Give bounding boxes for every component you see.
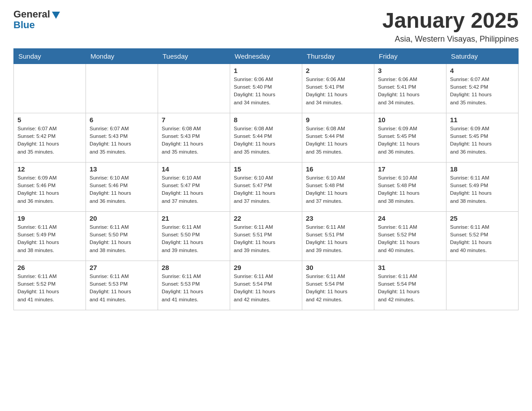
day-number: 14 [162, 165, 226, 173]
day-info: Sunrise: 6:10 AM Sunset: 5:47 PM Dayligh… [162, 174, 226, 205]
day-info: Sunrise: 6:10 AM Sunset: 5:47 PM Dayligh… [234, 174, 298, 205]
calendar-week-row: 12Sunrise: 6:09 AM Sunset: 5:46 PM Dayli… [14, 162, 519, 211]
calendar-table: SundayMondayTuesdayWednesdayThursdayFrid… [13, 48, 519, 310]
day-number: 21 [162, 214, 226, 222]
day-info: Sunrise: 6:09 AM Sunset: 5:45 PM Dayligh… [378, 125, 442, 156]
calendar-cell: 15Sunrise: 6:10 AM Sunset: 5:47 PM Dayli… [230, 162, 302, 211]
day-number: 5 [17, 116, 82, 124]
day-info: Sunrise: 6:06 AM Sunset: 5:41 PM Dayligh… [378, 76, 442, 107]
calendar-cell: 23Sunrise: 6:11 AM Sunset: 5:51 PM Dayli… [302, 211, 374, 261]
day-info: Sunrise: 6:11 AM Sunset: 5:49 PM Dayligh… [17, 223, 82, 254]
calendar-cell: 16Sunrise: 6:10 AM Sunset: 5:48 PM Dayli… [302, 162, 374, 211]
calendar-cell: 3Sunrise: 6:06 AM Sunset: 5:41 PM Daylig… [374, 64, 446, 113]
day-number: 29 [234, 264, 298, 271]
svg-marker-0 [52, 12, 60, 19]
day-number: 3 [378, 67, 442, 74]
day-info: Sunrise: 6:11 AM Sunset: 5:54 PM Dayligh… [378, 273, 442, 304]
calendar-cell: 20Sunrise: 6:11 AM Sunset: 5:50 PM Dayli… [86, 211, 158, 261]
calendar-day-header: Monday [86, 48, 158, 64]
calendar-week-row: 19Sunrise: 6:11 AM Sunset: 5:49 PM Dayli… [14, 211, 519, 261]
calendar-header-row: SundayMondayTuesdayWednesdayThursdayFrid… [14, 48, 519, 64]
day-info: Sunrise: 6:11 AM Sunset: 5:53 PM Dayligh… [90, 273, 154, 304]
day-info: Sunrise: 6:11 AM Sunset: 5:51 PM Dayligh… [234, 223, 298, 254]
calendar-cell: 17Sunrise: 6:10 AM Sunset: 5:48 PM Dayli… [374, 162, 446, 211]
calendar-day-header: Saturday [446, 48, 519, 64]
calendar-cell: 7Sunrise: 6:08 AM Sunset: 5:43 PM Daylig… [158, 113, 230, 162]
day-number: 31 [378, 264, 442, 271]
day-number: 7 [162, 116, 226, 124]
logo-general: General [13, 9, 50, 20]
day-info: Sunrise: 6:10 AM Sunset: 5:48 PM Dayligh… [306, 174, 370, 205]
day-number: 23 [306, 214, 370, 222]
day-number: 18 [450, 165, 515, 173]
calendar-cell [158, 64, 230, 113]
day-info: Sunrise: 6:11 AM Sunset: 5:53 PM Dayligh… [162, 273, 226, 304]
calendar-cell: 27Sunrise: 6:11 AM Sunset: 5:53 PM Dayli… [86, 261, 158, 310]
calendar-cell: 21Sunrise: 6:11 AM Sunset: 5:50 PM Dayli… [158, 211, 230, 261]
day-info: Sunrise: 6:06 AM Sunset: 5:40 PM Dayligh… [234, 76, 298, 107]
calendar-cell [86, 64, 158, 113]
calendar-week-row: 5Sunrise: 6:07 AM Sunset: 5:42 PM Daylig… [14, 113, 519, 162]
day-info: Sunrise: 6:08 AM Sunset: 5:44 PM Dayligh… [234, 125, 298, 156]
day-info: Sunrise: 6:11 AM Sunset: 5:49 PM Dayligh… [450, 174, 515, 205]
day-info: Sunrise: 6:09 AM Sunset: 5:46 PM Dayligh… [17, 174, 82, 205]
day-info: Sunrise: 6:11 AM Sunset: 5:52 PM Dayligh… [17, 273, 82, 304]
calendar-day-header: Thursday [302, 48, 374, 64]
title-section: January 2025 Asia, Western Visayas, Phil… [382, 9, 519, 44]
day-info: Sunrise: 6:11 AM Sunset: 5:50 PM Dayligh… [90, 223, 154, 254]
calendar-cell: 13Sunrise: 6:10 AM Sunset: 5:46 PM Dayli… [86, 162, 158, 211]
logo-triangle-icon [51, 10, 61, 20]
location-subtitle: Asia, Western Visayas, Philippines [382, 34, 519, 44]
day-number: 27 [90, 264, 154, 271]
day-info: Sunrise: 6:06 AM Sunset: 5:41 PM Dayligh… [306, 76, 370, 107]
calendar-cell: 2Sunrise: 6:06 AM Sunset: 5:41 PM Daylig… [302, 64, 374, 113]
calendar-cell: 5Sunrise: 6:07 AM Sunset: 5:42 PM Daylig… [14, 113, 86, 162]
day-number: 10 [378, 116, 442, 124]
day-info: Sunrise: 6:09 AM Sunset: 5:45 PM Dayligh… [450, 125, 515, 156]
day-number: 20 [90, 214, 154, 222]
calendar-cell: 31Sunrise: 6:11 AM Sunset: 5:54 PM Dayli… [374, 261, 446, 310]
day-number: 16 [306, 165, 370, 173]
day-number: 12 [17, 165, 82, 173]
day-number: 2 [306, 67, 370, 74]
day-info: Sunrise: 6:10 AM Sunset: 5:46 PM Dayligh… [90, 174, 154, 205]
day-number: 1 [234, 67, 298, 74]
calendar-cell: 24Sunrise: 6:11 AM Sunset: 5:52 PM Dayli… [374, 211, 446, 261]
calendar-cell: 1Sunrise: 6:06 AM Sunset: 5:40 PM Daylig… [230, 64, 302, 113]
calendar-day-header: Sunday [14, 48, 86, 64]
day-number: 11 [450, 116, 515, 124]
calendar-cell: 29Sunrise: 6:11 AM Sunset: 5:54 PM Dayli… [230, 261, 302, 310]
calendar-cell [446, 261, 519, 310]
calendar-cell: 30Sunrise: 6:11 AM Sunset: 5:54 PM Dayli… [302, 261, 374, 310]
calendar-week-row: 1Sunrise: 6:06 AM Sunset: 5:40 PM Daylig… [14, 64, 519, 113]
day-info: Sunrise: 6:11 AM Sunset: 5:50 PM Dayligh… [162, 223, 226, 254]
day-number: 8 [234, 116, 298, 124]
logo: General Blue [13, 9, 61, 30]
calendar-cell: 11Sunrise: 6:09 AM Sunset: 5:45 PM Dayli… [446, 113, 519, 162]
day-number: 25 [450, 214, 515, 222]
day-info: Sunrise: 6:07 AM Sunset: 5:42 PM Dayligh… [450, 76, 515, 107]
day-info: Sunrise: 6:11 AM Sunset: 5:52 PM Dayligh… [378, 223, 442, 254]
day-info: Sunrise: 6:10 AM Sunset: 5:48 PM Dayligh… [378, 174, 442, 205]
logo-blue: Blue [13, 20, 61, 30]
day-info: Sunrise: 6:08 AM Sunset: 5:43 PM Dayligh… [162, 125, 226, 156]
day-info: Sunrise: 6:11 AM Sunset: 5:52 PM Dayligh… [450, 223, 515, 254]
calendar-cell: 10Sunrise: 6:09 AM Sunset: 5:45 PM Dayli… [374, 113, 446, 162]
day-info: Sunrise: 6:11 AM Sunset: 5:54 PM Dayligh… [234, 273, 298, 304]
calendar-cell: 12Sunrise: 6:09 AM Sunset: 5:46 PM Dayli… [14, 162, 86, 211]
day-info: Sunrise: 6:07 AM Sunset: 5:43 PM Dayligh… [90, 125, 154, 156]
day-number: 26 [17, 264, 82, 271]
day-number: 9 [306, 116, 370, 124]
day-number: 22 [234, 214, 298, 222]
day-info: Sunrise: 6:08 AM Sunset: 5:44 PM Dayligh… [306, 125, 370, 156]
calendar-cell: 8Sunrise: 6:08 AM Sunset: 5:44 PM Daylig… [230, 113, 302, 162]
day-number: 19 [17, 214, 82, 222]
calendar-cell [14, 64, 86, 113]
day-number: 30 [306, 264, 370, 271]
calendar-week-row: 26Sunrise: 6:11 AM Sunset: 5:52 PM Dayli… [14, 261, 519, 310]
calendar-day-header: Wednesday [230, 48, 302, 64]
day-number: 17 [378, 165, 442, 173]
calendar-cell: 6Sunrise: 6:07 AM Sunset: 5:43 PM Daylig… [86, 113, 158, 162]
calendar-day-header: Friday [374, 48, 446, 64]
day-number: 24 [378, 214, 442, 222]
